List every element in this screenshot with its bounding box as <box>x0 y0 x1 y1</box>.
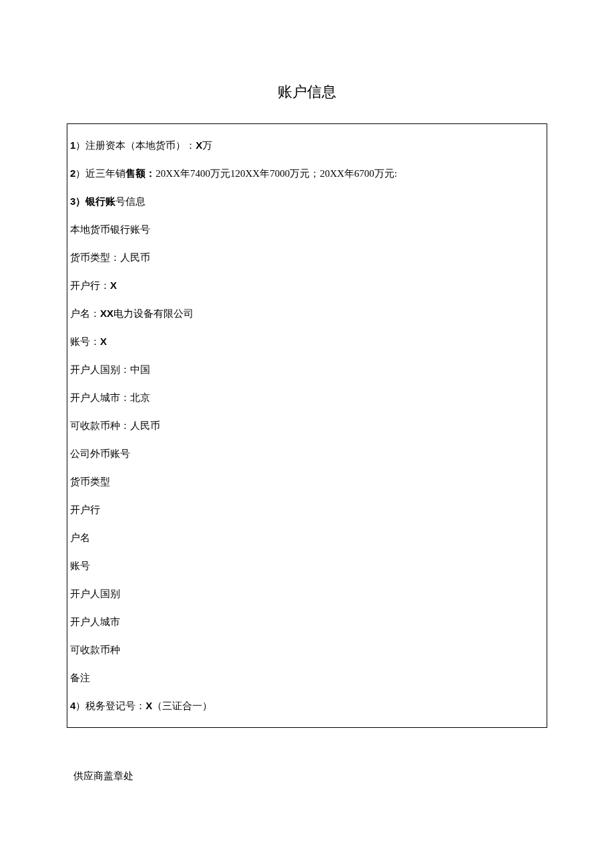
row-local-currency-account: 本地货币银行账号 <box>70 219 544 240</box>
row-account-name: 户名：XX电力设备有限公司 <box>70 303 544 324</box>
row-remark: 备注 <box>70 667 544 689</box>
sales-values: 20XX年7400万元120XX年7000万元；20XX年6700万元: <box>156 168 397 179</box>
row-bank: 开户行：X <box>70 275 544 296</box>
row-tax-registration: 4）税务登记号：X（三证合一） <box>70 695 544 717</box>
label: 户名： <box>70 308 100 319</box>
value-x: X <box>110 280 117 291</box>
row-foreign-account: 公司外币账号 <box>70 443 544 464</box>
suffix: （三证合一） <box>152 701 212 711</box>
row-country-2: 开户人国别 <box>70 583 544 604</box>
info-box: 1）注册资本（本地货币）：X万 2）近三年销售额：20XX年7400万元120X… <box>67 123 547 728</box>
row-bank-info-header: 3）银行账号信息 <box>70 191 544 212</box>
value-xx: XX <box>100 308 113 319</box>
row-registered-capital: 1）注册资本（本地货币）：X万 <box>70 135 544 156</box>
row-account-number-2: 账号 <box>70 555 544 576</box>
value-x: X <box>100 336 107 347</box>
text: ）注册资本（本地货币）： <box>75 140 196 151</box>
text: ）税务登记号： <box>75 701 145 711</box>
text: ）近三年销 <box>75 168 125 179</box>
label: 开户行： <box>70 280 110 291</box>
row-city: 开户人城市：北京 <box>70 387 544 408</box>
suffix: 万 <box>202 140 212 151</box>
bold-text: 售额： <box>125 167 156 179</box>
suffix: 电力设备有限公司 <box>113 308 194 319</box>
row-country: 开户人国别：中国 <box>70 359 544 380</box>
label: ）银行账 <box>75 195 115 207</box>
suffix: 号信息 <box>115 196 145 207</box>
label: 账号： <box>70 336 100 347</box>
row-receivable-currency: 可收款币种：人民币 <box>70 415 544 436</box>
value-x: X <box>145 700 152 711</box>
row-city-2: 开户人城市 <box>70 611 544 632</box>
supplier-stamp-label: 供应商盖章处 <box>73 768 547 784</box>
row-receivable-currency-2: 可收款币种 <box>70 639 544 661</box>
row-account-name-2: 户名 <box>70 527 544 548</box>
row-currency-type: 货币类型：人民币 <box>70 247 544 268</box>
value-x: X <box>196 139 202 151</box>
row-bank-2: 开户行 <box>70 499 544 520</box>
row-currency-type-2: 货币类型 <box>70 471 544 492</box>
row-account-number: 账号：X <box>70 331 544 352</box>
row-sales: 2）近三年销售额：20XX年7400万元120XX年7000万元；20XX年67… <box>70 163 544 184</box>
page-title: 账户信息 <box>67 80 547 103</box>
